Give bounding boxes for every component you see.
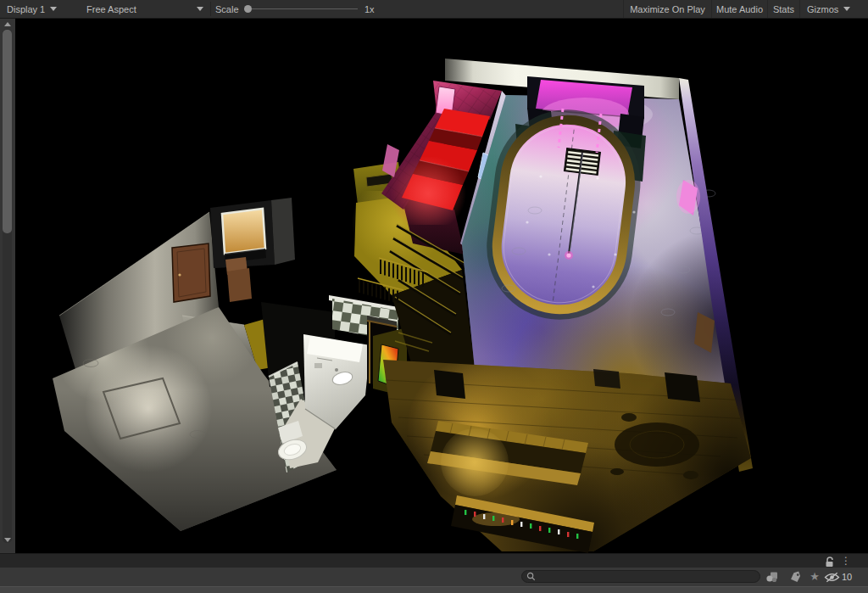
stats-button[interactable]: Stats xyxy=(767,0,799,18)
lower-panel-toolbar: ★ 10 xyxy=(0,568,868,586)
aspect-dropdown[interactable]: Free Aspect xyxy=(81,0,209,18)
display-dropdown[interactable]: Display 1 xyxy=(3,0,60,18)
display-dropdown-label: Display 1 xyxy=(7,4,45,14)
filter-by-label-icon[interactable] xyxy=(787,569,804,585)
game-viewport[interactable] xyxy=(0,19,868,553)
stage-steps xyxy=(564,148,600,176)
scroll-up-arrow-icon[interactable] xyxy=(0,19,15,29)
scroll-down-arrow-icon[interactable] xyxy=(0,534,15,545)
favorites-star-icon[interactable]: ★ xyxy=(806,569,823,585)
aspect-dropdown-label: Free Aspect xyxy=(86,4,192,14)
search-input[interactable] xyxy=(539,572,755,581)
gizmos-dropdown[interactable]: Gizmos xyxy=(799,0,854,18)
chevron-down-icon xyxy=(843,7,850,11)
filter-by-type-icon[interactable] xyxy=(764,569,781,585)
game-view-toolbar: Display 1 Free Aspect Scale 1x Maximize … xyxy=(0,0,868,19)
maximize-on-play-button[interactable]: Maximize On Play xyxy=(623,0,711,18)
scrollbar-thumb[interactable] xyxy=(3,30,12,233)
hidden-objects-toggle[interactable]: 10 xyxy=(824,569,852,585)
mute-audio-button[interactable]: Mute Audio xyxy=(711,0,767,18)
chevron-down-icon xyxy=(50,7,57,11)
toolbar-separator xyxy=(210,2,211,16)
search-icon xyxy=(526,572,536,581)
lower-panel-edge xyxy=(0,586,868,593)
scale-slider-knob[interactable] xyxy=(244,5,252,13)
scale-slider-track[interactable] xyxy=(251,8,358,9)
scale-value: 1x xyxy=(364,0,375,18)
scale-label: Scale xyxy=(215,0,239,18)
hidden-count: 10 xyxy=(842,572,852,582)
chevron-down-icon xyxy=(197,7,203,11)
game-scene-render[interactable] xyxy=(15,19,868,553)
round-table xyxy=(615,422,699,467)
eye-slash-icon xyxy=(824,572,840,583)
kebab-menu-icon[interactable]: ⋮ xyxy=(841,554,851,568)
unlock-icon[interactable] xyxy=(824,556,836,567)
lower-panel-header: ⋮ xyxy=(0,553,868,568)
vertical-scrollbar[interactable] xyxy=(0,19,15,553)
search-field[interactable] xyxy=(521,570,760,583)
